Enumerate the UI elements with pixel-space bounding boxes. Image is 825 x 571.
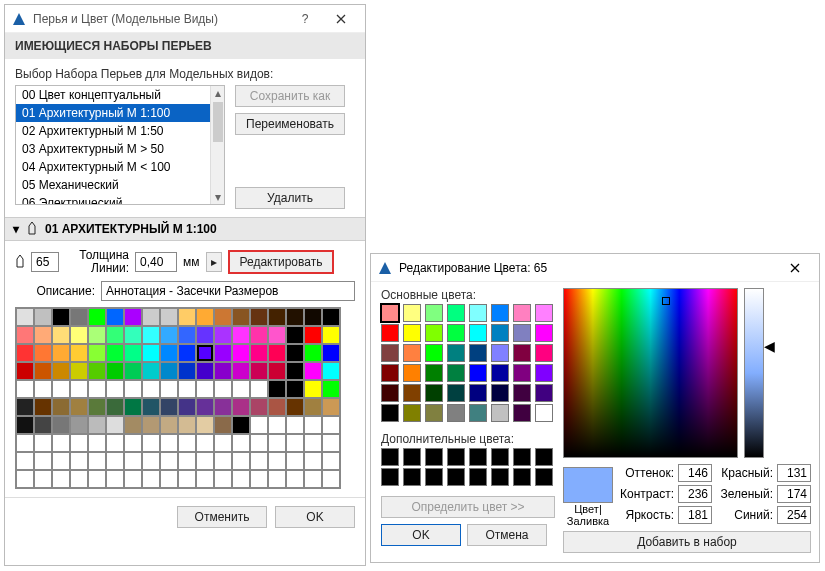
custom-color-swatch[interactable]: [535, 468, 553, 486]
ok-button[interactable]: OK: [275, 506, 355, 528]
basic-color-swatch[interactable]: [381, 304, 399, 322]
palette-swatch[interactable]: [250, 434, 268, 452]
palette-swatch[interactable]: [142, 344, 160, 362]
green-input[interactable]: [777, 485, 811, 503]
palette-swatch[interactable]: [142, 362, 160, 380]
close-button[interactable]: [323, 7, 359, 31]
basic-color-swatch[interactable]: [381, 344, 399, 362]
palette-swatch[interactable]: [214, 380, 232, 398]
palette-swatch[interactable]: [34, 344, 52, 362]
custom-color-swatch[interactable]: [425, 448, 443, 466]
palette-swatch[interactable]: [304, 362, 322, 380]
penset-item[interactable]: 01 Архитектурный М 1:100: [16, 104, 210, 122]
palette-swatch[interactable]: [52, 398, 70, 416]
palette-swatch[interactable]: [268, 434, 286, 452]
palette-swatch[interactable]: [16, 326, 34, 344]
basic-color-swatch[interactable]: [447, 384, 465, 402]
custom-color-swatch[interactable]: [513, 468, 531, 486]
palette-swatch[interactable]: [268, 308, 286, 326]
palette-swatch[interactable]: [88, 308, 106, 326]
palette-swatch[interactable]: [304, 380, 322, 398]
palette-swatch[interactable]: [16, 362, 34, 380]
palette-swatch[interactable]: [322, 452, 340, 470]
palette-swatch[interactable]: [286, 470, 304, 488]
palette-swatch[interactable]: [160, 470, 178, 488]
palette-swatch[interactable]: [214, 308, 232, 326]
blue-input[interactable]: [777, 506, 811, 524]
palette-swatch[interactable]: [250, 308, 268, 326]
palette-swatch[interactable]: [304, 308, 322, 326]
palette-swatch[interactable]: [178, 380, 196, 398]
scroll-up-icon[interactable]: ▴: [215, 86, 221, 100]
basic-color-swatch[interactable]: [425, 324, 443, 342]
palette-swatch[interactable]: [214, 326, 232, 344]
custom-color-swatch[interactable]: [513, 448, 531, 466]
save-as-button[interactable]: Сохранить как: [235, 85, 345, 107]
palette-swatch[interactable]: [268, 416, 286, 434]
palette-swatch[interactable]: [304, 416, 322, 434]
palette-swatch[interactable]: [250, 470, 268, 488]
palette-swatch[interactable]: [250, 380, 268, 398]
basic-color-swatch[interactable]: [403, 344, 421, 362]
palette-swatch[interactable]: [142, 470, 160, 488]
palette-swatch[interactable]: [88, 326, 106, 344]
palette-swatch[interactable]: [142, 308, 160, 326]
basic-color-swatch[interactable]: [513, 404, 531, 422]
palette-swatch[interactable]: [268, 470, 286, 488]
delete-button[interactable]: Удалить: [235, 187, 345, 209]
palette-swatch[interactable]: [106, 398, 124, 416]
palette-swatch[interactable]: [124, 416, 142, 434]
palette-swatch[interactable]: [16, 308, 34, 326]
define-color-button[interactable]: Определить цвет >>: [381, 496, 555, 518]
palette-swatch[interactable]: [106, 416, 124, 434]
palette-swatch[interactable]: [106, 470, 124, 488]
palette-swatch[interactable]: [196, 344, 214, 362]
palette-swatch[interactable]: [304, 326, 322, 344]
palette-swatch[interactable]: [322, 380, 340, 398]
palette-swatch[interactable]: [106, 362, 124, 380]
basic-color-swatch[interactable]: [425, 304, 443, 322]
palette-swatch[interactable]: [70, 344, 88, 362]
custom-color-swatch[interactable]: [425, 468, 443, 486]
palette-swatch[interactable]: [160, 326, 178, 344]
penset-item[interactable]: 03 Архитектурный М > 50: [16, 140, 210, 158]
basic-color-swatch[interactable]: [381, 384, 399, 402]
basic-color-swatch[interactable]: [535, 384, 553, 402]
basic-color-swatch[interactable]: [513, 324, 531, 342]
basic-color-swatch[interactable]: [447, 324, 465, 342]
palette-swatch[interactable]: [16, 416, 34, 434]
palette-swatch[interactable]: [304, 344, 322, 362]
palette-swatch[interactable]: [214, 398, 232, 416]
palette-swatch[interactable]: [160, 398, 178, 416]
palette-swatch[interactable]: [286, 362, 304, 380]
scroll-down-icon[interactable]: ▾: [215, 190, 221, 204]
custom-color-swatch[interactable]: [381, 468, 399, 486]
palette-swatch[interactable]: [34, 326, 52, 344]
palette-swatch[interactable]: [178, 308, 196, 326]
basic-color-swatch[interactable]: [513, 344, 531, 362]
palette-swatch[interactable]: [196, 308, 214, 326]
color-ok-button[interactable]: OK: [381, 524, 461, 546]
custom-color-swatch[interactable]: [535, 448, 553, 466]
palette-swatch[interactable]: [106, 326, 124, 344]
palette-swatch[interactable]: [106, 344, 124, 362]
palette-swatch[interactable]: [268, 452, 286, 470]
palette-swatch[interactable]: [124, 470, 142, 488]
palette-swatch[interactable]: [52, 434, 70, 452]
palette-swatch[interactable]: [52, 344, 70, 362]
palette-swatch[interactable]: [106, 380, 124, 398]
palette-swatch[interactable]: [286, 344, 304, 362]
basic-color-swatch[interactable]: [425, 404, 443, 422]
palette-swatch[interactable]: [178, 326, 196, 344]
help-button[interactable]: ?: [287, 7, 323, 31]
custom-color-swatch[interactable]: [491, 448, 509, 466]
lum-input[interactable]: [678, 506, 712, 524]
palette-swatch[interactable]: [124, 362, 142, 380]
palette-swatch[interactable]: [88, 398, 106, 416]
sat-input[interactable]: [678, 485, 712, 503]
palette-swatch[interactable]: [142, 452, 160, 470]
color-spectrum[interactable]: [563, 288, 738, 458]
palette-swatch[interactable]: [70, 326, 88, 344]
palette-swatch[interactable]: [250, 344, 268, 362]
penset-item[interactable]: 06 Электрический: [16, 194, 210, 205]
